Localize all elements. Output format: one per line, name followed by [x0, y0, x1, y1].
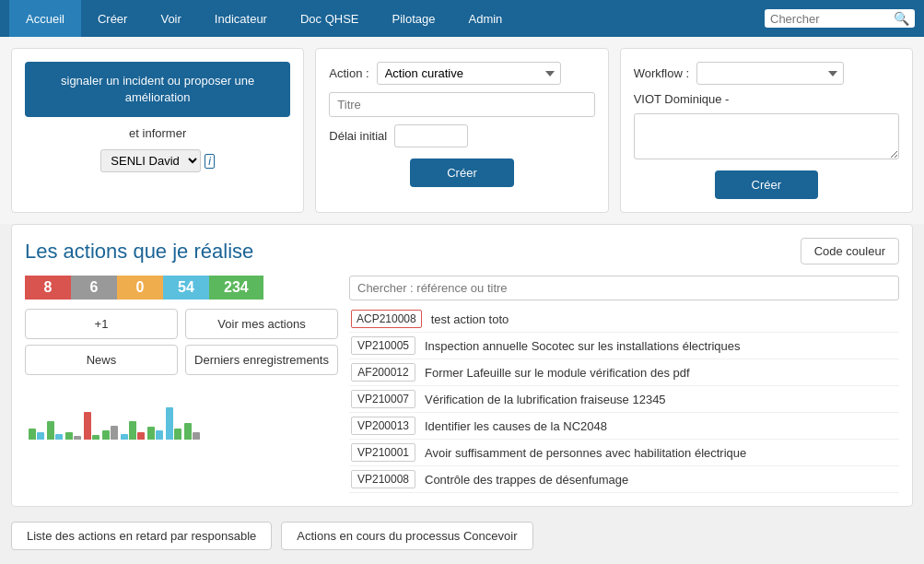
nav-creer[interactable]: Créer	[81, 0, 145, 37]
row-btns-1: +1 Voir mes actions	[25, 309, 338, 339]
action-ref[interactable]: VP210001	[351, 443, 415, 462]
action-ref[interactable]: ACP210008	[351, 310, 422, 328]
panel-action: Action : Action curative Action préventi…	[315, 48, 608, 213]
btn-derniers-enregistrements[interactable]: Derniers enregistrements	[185, 345, 338, 375]
nav-pilotage[interactable]: Pilotage	[376, 0, 452, 37]
chart-group	[102, 426, 118, 440]
panel-workflow: Workflow : VIOT Dominique - Créer	[620, 48, 913, 213]
action-desc: Identifier les causes de la NC2048	[425, 419, 607, 433]
chart-group	[147, 427, 163, 440]
nav-accueil[interactable]: Accueil	[9, 0, 81, 37]
et-informer-label: et informer	[129, 126, 186, 140]
delai-row: Délai initial	[329, 124, 594, 147]
delai-label: Délai initial	[329, 129, 387, 143]
btn-news[interactable]: News	[25, 345, 178, 375]
btn-creer-action[interactable]: Créer	[410, 159, 514, 187]
chart-group	[84, 412, 99, 440]
row-btns-2: News Derniers enregistrements	[25, 345, 338, 375]
chart-bar	[166, 407, 173, 440]
chart-group	[65, 432, 81, 440]
stat-red: 8	[25, 276, 71, 300]
workflow-select[interactable]	[696, 62, 844, 85]
chart-group	[47, 421, 63, 440]
chart-bar	[193, 432, 200, 440]
btn-actions-concevoir[interactable]: Actions en cours du processus Concevoir	[281, 522, 532, 550]
chart-bar	[29, 429, 36, 440]
stat-green: 234	[209, 276, 263, 300]
panel-incident: signaler un incident ou proposer une amé…	[11, 48, 304, 213]
chart-bar	[121, 434, 128, 440]
action-desc: Inspection annuelle Socotec sur les inst…	[425, 339, 741, 353]
chart-bar	[55, 434, 63, 440]
workflow-row: Workflow :	[634, 62, 899, 85]
chart-bar	[102, 430, 110, 440]
list-item[interactable]: VP210001Avoir suffisamment de personnes …	[349, 440, 899, 466]
stats-row: 8 6 0 54 234	[25, 276, 338, 300]
chart-bar	[111, 426, 118, 440]
search-icon[interactable]: 🔍	[894, 11, 909, 26]
action-list: ACP210008test action totoVP210005Inspect…	[349, 306, 899, 493]
list-item[interactable]: VP210008Contrôle des trappes de désenfum…	[349, 466, 899, 493]
nav-doc-qhse[interactable]: Doc QHSE	[284, 0, 376, 37]
btn-voir-mes-actions[interactable]: Voir mes actions	[185, 309, 338, 339]
workflow-label: Workflow :	[634, 66, 689, 80]
action-ref[interactable]: VP210007	[351, 390, 415, 408]
chart-bar	[129, 421, 136, 440]
btn-signaler[interactable]: signaler un incident ou proposer une amé…	[25, 62, 290, 117]
viot-label: VIOT Dominique -	[634, 92, 899, 106]
action-ref[interactable]: VP210005	[351, 336, 415, 355]
informer-select[interactable]: SENLI David	[100, 149, 201, 172]
action-ref[interactable]: VP200013	[351, 417, 415, 435]
btn-code-couleur[interactable]: Code couleur	[801, 238, 899, 264]
chart-bar	[147, 427, 155, 440]
chart-group	[184, 423, 200, 440]
info-icon[interactable]: i	[205, 154, 215, 169]
stat-gray: 6	[71, 276, 117, 300]
action-desc: Vérification de la lubrification fraiseu…	[425, 393, 666, 406]
informer-select-row: SENLI David i	[100, 149, 215, 172]
list-item[interactable]: AF200012Former Lafeuille sur le module v…	[349, 359, 899, 386]
action-desc: Former Lafeuille sur le module vérificat…	[425, 366, 690, 380]
list-item[interactable]: VP210007Vérification de la lubrification…	[349, 386, 899, 413]
nav-voir[interactable]: Voir	[144, 0, 197, 37]
search-input[interactable]	[770, 12, 890, 26]
btn-plus-one[interactable]: +1	[25, 309, 178, 339]
action-ref[interactable]: AF200012	[351, 363, 415, 382]
chart-group	[29, 429, 44, 440]
action-ref[interactable]: VP210008	[351, 470, 415, 488]
chart-bar	[92, 435, 99, 440]
chart-bar	[47, 421, 54, 440]
stat-blue: 54	[163, 276, 209, 300]
search-ref-input[interactable]	[349, 276, 899, 300]
action-buttons: +1 Voir mes actions News Derniers enregi…	[25, 309, 338, 375]
delai-input[interactable]	[394, 124, 468, 147]
chart-bar	[65, 432, 73, 440]
action-type-select[interactable]: Action curative Action préventive Amélio…	[377, 62, 561, 85]
list-item[interactable]: ACP210008test action toto	[349, 306, 899, 333]
chart-bar	[37, 432, 44, 440]
viot-input[interactable]	[634, 113, 899, 159]
chart-bar	[137, 432, 145, 440]
nav-admin[interactable]: Admin	[452, 0, 520, 37]
chart-group	[121, 421, 145, 440]
list-item[interactable]: VP200013Identifier les causes de la NC20…	[349, 413, 899, 440]
search-bar: 🔍	[765, 9, 915, 28]
btn-liste-retard[interactable]: Liste des actions en retard par responsa…	[11, 522, 272, 550]
btn-creer-workflow[interactable]: Créer	[715, 170, 819, 199]
right-column: ACP210008test action totoVP210005Inspect…	[349, 276, 899, 493]
bottom-buttons: Liste des actions en retard par responsa…	[0, 514, 924, 559]
nav-indicateur[interactable]: Indicateur	[198, 0, 284, 37]
list-item[interactable]: VP210005Inspection annuelle Socotec sur …	[349, 333, 899, 359]
chart-bar	[184, 423, 192, 440]
chart-bar	[84, 412, 91, 440]
main-header: Les actions que je réalise Code couleur	[25, 238, 899, 264]
action-desc: Contrôle des trappes de désenfumage	[425, 473, 628, 487]
action-type-row: Action : Action curative Action préventi…	[329, 62, 594, 85]
main-section: Les actions que je réalise Code couleur …	[11, 224, 913, 507]
navbar: Accueil Créer Voir Indicateur Doc QHSE P…	[0, 0, 924, 37]
chart-bar	[74, 436, 81, 440]
action-desc: test action toto	[431, 312, 509, 326]
chart-group	[166, 407, 181, 440]
titre-input[interactable]	[329, 92, 594, 117]
action-desc: Avoir suffisamment de personnes avec hab…	[425, 446, 746, 460]
